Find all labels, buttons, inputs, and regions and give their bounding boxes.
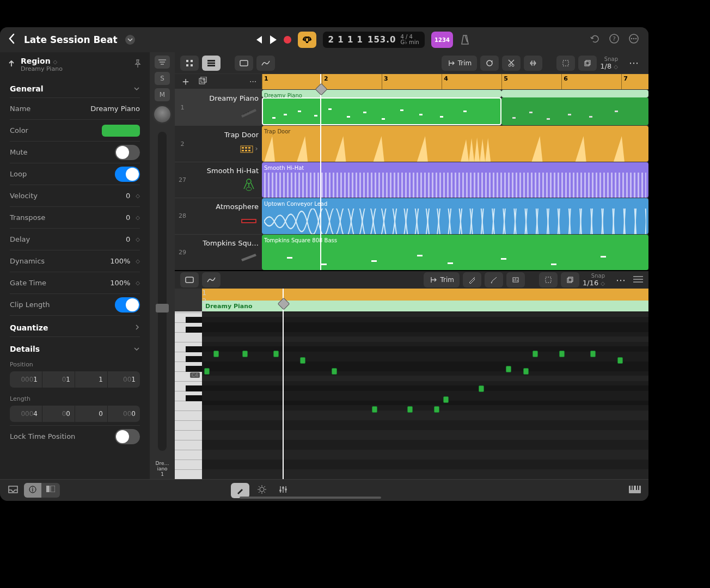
slip-tool-icon[interactable] [524, 56, 542, 71]
view-area-button[interactable] [180, 272, 199, 287]
pencil-icon[interactable] [463, 272, 481, 287]
dynamics-value[interactable]: 100% [101, 257, 133, 265]
bar-ruler[interactable]: 1 2 3 4 5 6 7 [262, 74, 648, 89]
midi-note[interactable] [372, 406, 377, 413]
region[interactable]: Trap Door [262, 126, 648, 161]
automation-button[interactable] [202, 272, 221, 287]
midi-note[interactable] [204, 368, 210, 375]
tracks-view-button[interactable] [202, 56, 221, 71]
snap-selector[interactable]: Snap 1/8 ◇ [600, 56, 621, 70]
piano-roll-ruler[interactable]: 1 2 3 4 5 6 [202, 289, 648, 301]
gate-value[interactable]: 100% [101, 279, 133, 287]
editor-smart-icon[interactable] [253, 485, 271, 496]
track-header[interactable]: 28 Atmosphere [175, 198, 262, 234]
section-details[interactable]: Details [10, 336, 140, 358]
section-general[interactable]: General [10, 77, 140, 97]
filters-icon[interactable] [155, 56, 170, 69]
project-menu-chevron-icon[interactable] [125, 35, 135, 45]
piano-roll-grid[interactable] [202, 311, 648, 479]
cycle-button[interactable] [298, 32, 316, 48]
midi-note[interactable] [407, 406, 413, 413]
marquee-icon[interactable] [539, 272, 558, 287]
automation-button[interactable] [256, 56, 275, 71]
midi-note[interactable] [532, 351, 538, 357]
track-header[interactable]: 27 Smooth Hi-Hat [175, 162, 262, 198]
stepper-icon[interactable]: ◇ [136, 236, 140, 242]
track-header[interactable]: 29 Tompkins Squ… [175, 234, 262, 270]
duplicate-track-icon[interactable]: + [199, 77, 207, 86]
mute-button[interactable]: M [155, 88, 170, 101]
transpose-value[interactable]: 0 [101, 213, 133, 222]
loop-tool-icon[interactable] [480, 56, 499, 71]
project-title[interactable]: Late Session Beat [24, 34, 118, 45]
locktime-toggle[interactable] [115, 429, 140, 444]
track-header[interactable]: 1 Dreamy Piano [175, 89, 262, 125]
info-view-icon[interactable]: i [24, 483, 41, 498]
length-field[interactable]: 0004 00 0 000 [10, 406, 140, 422]
brush-icon[interactable] [485, 272, 503, 287]
midi-note[interactable] [479, 385, 484, 392]
copy-icon[interactable] [561, 272, 579, 287]
region-loop[interactable] [501, 97, 648, 125]
cliplength-toggle[interactable] [115, 297, 140, 313]
midi-note[interactable] [443, 396, 449, 403]
velocity-tool-icon[interactable] [506, 272, 525, 287]
midi-note[interactable] [300, 357, 305, 364]
keyboard-view-icon[interactable] [629, 486, 641, 495]
inbox-icon[interactable] [8, 485, 19, 495]
midi-note[interactable] [434, 406, 439, 413]
midi-note[interactable] [273, 351, 279, 357]
copy-icon[interactable] [578, 56, 597, 71]
section-quantize[interactable]: Quantize [10, 315, 140, 336]
more-icon[interactable]: ⋯ [611, 274, 630, 286]
mute-toggle[interactable] [115, 145, 140, 160]
help-icon[interactable]: ? [609, 34, 619, 46]
list-icon[interactable] [633, 276, 643, 284]
midi-note[interactable] [523, 368, 529, 375]
add-track-icon[interactable]: ＋ [180, 74, 191, 89]
step-input-button[interactable]: 1234 [431, 32, 453, 48]
scissors-icon[interactable] [502, 56, 521, 71]
pin-icon[interactable] [133, 59, 142, 70]
volume-fader[interactable] [158, 132, 167, 451]
stepper-icon[interactable]: ◇ [136, 215, 140, 220]
metronome-button[interactable] [460, 34, 470, 45]
editor-mixer-icon[interactable] [274, 485, 292, 495]
undo-icon[interactable] [590, 34, 599, 46]
view-segmented[interactable]: i [24, 483, 60, 498]
solo-button[interactable]: S [155, 72, 170, 85]
grid-view-button[interactable] [180, 56, 199, 71]
piano-keyboard[interactable]: C4 [175, 289, 202, 479]
region[interactable]: Smooth Hi-Hat [262, 162, 648, 198]
more-icon[interactable]: ⋯ [625, 57, 643, 69]
pan-knob[interactable] [152, 105, 172, 124]
stepper-icon[interactable]: ◇ [136, 280, 140, 286]
snap-selector[interactable]: Snap 1/16 ◇ [583, 273, 608, 287]
play-button[interactable] [270, 35, 277, 44]
track-header[interactable]: 2 Trap Door › [175, 125, 262, 161]
go-to-start-button[interactable] [254, 36, 263, 44]
inspector-up-icon[interactable] [8, 60, 15, 69]
midi-note[interactable] [213, 351, 219, 357]
record-button[interactable] [284, 36, 291, 44]
midi-note[interactable] [559, 351, 565, 357]
velocity-value[interactable]: 0 [101, 192, 133, 200]
more-icon[interactable]: ⋯ [249, 77, 256, 85]
name-value[interactable]: Dreamy Piano [90, 105, 140, 113]
stepper-icon[interactable]: ◇ [136, 193, 140, 199]
split-view-icon[interactable] [41, 483, 60, 498]
region[interactable] [262, 97, 501, 125]
back-button[interactable] [8, 33, 15, 47]
color-swatch[interactable] [102, 125, 140, 137]
editor-pencil-icon[interactable] [231, 483, 249, 498]
midi-note[interactable] [617, 357, 623, 364]
more-icon[interactable] [629, 34, 639, 46]
midi-note[interactable] [506, 366, 511, 372]
delay-value[interactable]: 0 [101, 235, 133, 243]
region[interactable]: Dreamy Piano [262, 90, 501, 97]
trim-tool[interactable]: Trim [424, 272, 460, 287]
lcd-display[interactable]: 2 1 1 1 153.0 4 / 4 G♭ min [323, 32, 425, 48]
trim-tool[interactable]: Trim [442, 56, 478, 71]
region-loop[interactable] [501, 90, 648, 97]
loop-toggle[interactable] [115, 167, 140, 182]
